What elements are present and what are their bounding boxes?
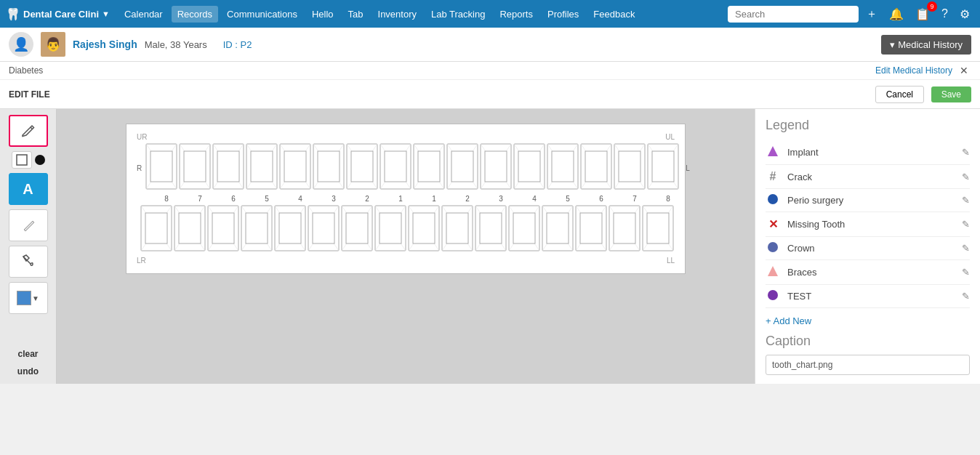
implant-edit-button[interactable]: ✎ bbox=[962, 147, 970, 158]
lower-left-label: LL bbox=[667, 257, 675, 265]
content-area: A ▼ clear undo UR UL R bbox=[0, 109, 980, 384]
legend-item-braces: Braces ✎ bbox=[766, 260, 970, 285]
upper-right-label: UR bbox=[137, 133, 147, 141]
color-tools bbox=[12, 151, 45, 169]
right-label: R bbox=[137, 164, 142, 172]
crack-edit-button[interactable]: ✎ bbox=[962, 172, 970, 182]
legend-item-test: TEST ✎ bbox=[766, 285, 970, 308]
fill-tool-button[interactable] bbox=[9, 246, 48, 278]
svg-marker-130 bbox=[768, 266, 778, 276]
save-button[interactable]: Save bbox=[931, 86, 971, 102]
missing-tooth-label: Missing Tooth bbox=[787, 219, 845, 230]
user-icon: 👤 bbox=[9, 32, 33, 57]
clear-button[interactable]: clear bbox=[17, 347, 38, 361]
add-new-legend-link[interactable]: + Add New bbox=[766, 315, 970, 326]
crown-label: Crown bbox=[787, 243, 815, 254]
edit-file-label: EDIT FILE bbox=[9, 89, 50, 100]
color-black-dot[interactable] bbox=[35, 155, 45, 165]
svg-rect-84 bbox=[279, 213, 301, 243]
svg-rect-28 bbox=[351, 151, 373, 182]
perio-edit-button[interactable]: ✎ bbox=[962, 195, 970, 206]
cancel-button[interactable]: Cancel bbox=[875, 86, 924, 103]
test-edit-button[interactable]: ✎ bbox=[962, 291, 970, 302]
svg-rect-16 bbox=[251, 151, 273, 182]
messages-badge-container: 📋 9 bbox=[911, 4, 934, 24]
svg-rect-124 bbox=[614, 213, 635, 243]
nav-feedback[interactable]: Feedback bbox=[587, 6, 640, 23]
nav-inventory[interactable]: Inventory bbox=[372, 6, 422, 23]
svg-rect-92 bbox=[346, 213, 368, 243]
undo-button[interactable]: undo bbox=[17, 365, 39, 378]
nav-reports[interactable]: Reports bbox=[494, 6, 539, 23]
svg-rect-20 bbox=[284, 151, 306, 182]
nav-communications[interactable]: Communications bbox=[221, 6, 303, 23]
svg-rect-64 bbox=[652, 151, 674, 182]
svg-rect-48 bbox=[518, 151, 540, 182]
svg-rect-72 bbox=[179, 213, 201, 243]
svg-rect-40 bbox=[451, 151, 473, 182]
patient-meta: Male, 38 Years bbox=[145, 39, 207, 50]
crown-edit-button[interactable]: ✎ bbox=[962, 243, 970, 254]
svg-rect-100 bbox=[413, 213, 435, 243]
legend-item-perio: Perio surgery ✎ bbox=[766, 189, 970, 212]
svg-rect-36 bbox=[418, 151, 440, 182]
svg-rect-8 bbox=[184, 151, 206, 182]
caption-title: Caption bbox=[766, 334, 970, 349]
legend-item-crown: Crown ✎ bbox=[766, 237, 970, 260]
svg-rect-120 bbox=[580, 213, 602, 243]
caption-input[interactable] bbox=[766, 355, 970, 375]
svg-rect-68 bbox=[145, 213, 167, 243]
missing-tooth-edit-button[interactable]: ✎ bbox=[962, 219, 970, 230]
lower-label-row: LR LL bbox=[137, 257, 675, 265]
patient-name[interactable]: Rajesh Singh bbox=[73, 39, 137, 50]
notifications-button[interactable]: 🔔 bbox=[885, 4, 908, 24]
svg-rect-60 bbox=[619, 151, 640, 182]
crack-label: Crack bbox=[787, 172, 812, 182]
svg-rect-80 bbox=[246, 213, 268, 243]
settings-button[interactable]: ⚙ bbox=[955, 4, 974, 24]
nav-lab-tracking[interactable]: Lab Tracking bbox=[425, 6, 491, 23]
nav-hello[interactable]: Hello bbox=[306, 6, 340, 23]
canvas-area[interactable]: UR UL R .t{fill:white;stroke:#aaa;stroke… bbox=[57, 109, 755, 384]
upper-tooth-section: R .t{fill:white;stroke:#aaa;stroke-width… bbox=[137, 142, 675, 193]
svg-rect-4 bbox=[150, 151, 172, 182]
eraser-tool-button[interactable] bbox=[9, 209, 48, 241]
svg-rect-104 bbox=[446, 213, 468, 243]
brand-dropdown-icon[interactable]: ▼ bbox=[102, 9, 110, 18]
medical-history-button[interactable]: ▾ Medical History bbox=[881, 35, 971, 55]
perio-label: Perio surgery bbox=[787, 195, 843, 206]
svg-marker-129 bbox=[768, 146, 778, 156]
braces-label: Braces bbox=[787, 267, 816, 278]
nav-profiles[interactable]: Profiles bbox=[542, 6, 585, 23]
shape-tool-button[interactable] bbox=[12, 151, 32, 169]
pencil-tool-button[interactable] bbox=[9, 115, 48, 147]
tooth-chart: UR UL R .t{fill:white;stroke:#aaa;stroke… bbox=[126, 124, 686, 274]
edit-file-bar: EDIT FILE Cancel Save bbox=[0, 80, 980, 109]
patient-id: ID : P2 bbox=[223, 39, 252, 50]
chevron-down-icon: ▾ bbox=[890, 39, 895, 50]
braces-edit-button[interactable]: ✎ bbox=[962, 267, 970, 278]
test-label: TEST bbox=[787, 291, 811, 302]
color-picker-button[interactable]: ▼ bbox=[9, 282, 48, 314]
legend-item-missing: ✕ Missing Tooth ✎ bbox=[766, 212, 970, 237]
med-history-label: Medical History bbox=[898, 39, 963, 50]
nav-calendar[interactable]: Calendar bbox=[119, 6, 169, 23]
lower-teeth-svg bbox=[140, 204, 678, 255]
nav-tab[interactable]: Tab bbox=[342, 6, 369, 23]
nav-records[interactable]: Records bbox=[172, 6, 218, 23]
svg-rect-24 bbox=[318, 151, 340, 182]
search-input[interactable] bbox=[728, 6, 859, 23]
close-condition-bar-button[interactable]: ✕ bbox=[957, 65, 971, 76]
help-button[interactable]: ? bbox=[937, 4, 952, 23]
svg-rect-108 bbox=[480, 213, 502, 243]
perio-icon bbox=[766, 194, 780, 206]
add-button[interactable]: ＋ bbox=[861, 4, 882, 25]
braces-icon bbox=[766, 265, 780, 279]
text-tool-button[interactable]: A bbox=[9, 173, 48, 205]
brand[interactable]: 🦷 Dental Care Clini ▼ bbox=[6, 7, 110, 21]
upper-numbers: 8 7 6 5 4 3 2 1 1 2 3 4 5 6 7 8 bbox=[150, 195, 685, 203]
svg-rect-116 bbox=[547, 213, 569, 243]
edit-medical-history-link[interactable]: Edit Medical History bbox=[875, 65, 952, 76]
upper-teeth-svg: .t{fill:white;stroke:#aaa;stroke-width:1… bbox=[145, 142, 683, 193]
lower-tooth-row bbox=[140, 204, 678, 255]
